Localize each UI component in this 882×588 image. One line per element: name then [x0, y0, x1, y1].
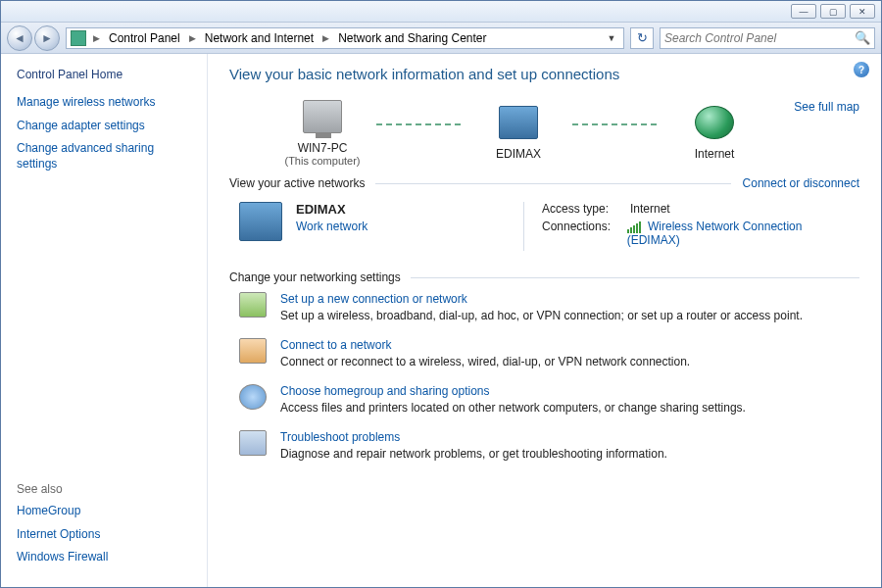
task-desc: Connect or reconnect to a wireless, wire…	[280, 355, 690, 368]
active-networks-heading: View your active networks	[229, 176, 366, 190]
location-icon	[71, 30, 86, 46]
chevron-right-icon: ▶	[186, 33, 199, 43]
connections-label: Connections:	[542, 220, 627, 247]
page-title: View your basic network information and …	[229, 66, 859, 82]
sidebar-link-advanced-sharing[interactable]: Change advanced sharing settings	[17, 141, 191, 172]
task-troubleshoot[interactable]: Troubleshoot problems Diagnose and repai…	[229, 430, 859, 461]
breadcrumb-item[interactable]: Network and Internet	[203, 31, 316, 45]
map-edge	[572, 123, 661, 125]
control-panel-home-link[interactable]: Control Panel Home	[17, 68, 191, 81]
setup-connection-icon	[239, 292, 267, 318]
task-title[interactable]: Choose homegroup and sharing options	[280, 384, 746, 398]
address-dropdown[interactable]: ▼	[604, 33, 619, 43]
search-box[interactable]: 🔍	[660, 27, 875, 49]
see-also-heading: See also	[17, 482, 191, 496]
task-desc: Diagnose and repair network problems, or…	[280, 447, 667, 461]
map-node-gateway[interactable]: EDIMAX	[465, 106, 572, 161]
seealso-homegroup[interactable]: HomeGroup	[17, 504, 191, 519]
breadcrumb-item[interactable]: Control Panel	[107, 31, 182, 45]
map-node-this-computer[interactable]: WIN7-PC (This computer)	[269, 100, 376, 167]
networking-settings-heading: Change your networking settings	[229, 270, 401, 284]
task-title[interactable]: Troubleshoot problems	[280, 430, 667, 444]
task-desc: Access files and printers located on oth…	[280, 401, 746, 415]
map-node-internet[interactable]: Internet	[661, 106, 768, 161]
signal-bars-icon	[627, 221, 641, 233]
back-button[interactable]: ◄	[7, 25, 32, 51]
map-node-label: EDIMAX	[496, 147, 541, 161]
network-name: EDIMAX	[296, 202, 368, 217]
address-bar: ◄ ► ▶ Control Panel ▶ Network and Intern…	[1, 23, 881, 54]
access-type-value: Internet	[630, 202, 670, 216]
troubleshoot-icon	[239, 430, 267, 456]
refresh-button[interactable]: ↻	[630, 27, 654, 49]
help-icon[interactable]: ?	[854, 62, 869, 77]
chevron-right-icon: ▶	[319, 33, 332, 43]
map-edge	[376, 123, 465, 125]
homegroup-icon	[239, 384, 267, 410]
titlebar: — ▢ ✕	[1, 1, 881, 23]
map-node-label: Internet	[695, 147, 735, 161]
see-full-map-link[interactable]: See full map	[794, 100, 859, 114]
chevron-right-icon: ▶	[90, 33, 103, 43]
sidebar-link-wireless[interactable]: Manage wireless networks	[17, 95, 191, 111]
forward-button[interactable]: ►	[34, 25, 60, 51]
task-setup-connection[interactable]: Set up a new connection or network Set u…	[229, 292, 859, 322]
map-node-label: WIN7-PC	[298, 141, 348, 155]
computer-icon	[303, 100, 342, 133]
content-area: ? View your basic network information an…	[207, 54, 881, 588]
minimize-button[interactable]: —	[791, 4, 816, 19]
search-icon[interactable]: 🔍	[855, 30, 870, 45]
map-node-sublabel: (This computer)	[284, 155, 360, 167]
seealso-internet-options[interactable]: Internet Options	[17, 527, 191, 543]
internet-icon	[695, 106, 734, 139]
search-input[interactable]	[664, 31, 855, 45]
network-map: See full map WIN7-PC (This computer) EDI…	[229, 96, 859, 174]
task-connect-network[interactable]: Connect to a network Connect or reconnec…	[229, 338, 859, 368]
sidebar: Control Panel Home Manage wireless netwo…	[1, 54, 207, 588]
network-type-link[interactable]: Work network	[296, 220, 368, 233]
task-title[interactable]: Connect to a network	[280, 338, 690, 352]
connection-link[interactable]: Wireless Network Connection (EDIMAX)	[627, 220, 803, 247]
breadcrumb[interactable]: ▶ Control Panel ▶ Network and Internet ▶…	[66, 27, 624, 49]
task-homegroup-sharing[interactable]: Choose homegroup and sharing options Acc…	[229, 384, 859, 415]
task-desc: Set up a wireless, broadband, dial-up, a…	[280, 309, 803, 322]
connect-network-icon	[239, 338, 267, 364]
close-button[interactable]: ✕	[850, 4, 875, 19]
network-icon	[239, 202, 282, 241]
connect-disconnect-link[interactable]: Connect or disconnect	[743, 176, 859, 190]
breadcrumb-item[interactable]: Network and Sharing Center	[336, 31, 488, 45]
gateway-icon	[499, 106, 538, 139]
sidebar-link-adapter[interactable]: Change adapter settings	[17, 119, 191, 134]
access-type-label: Access type:	[542, 202, 630, 216]
maximize-button[interactable]: ▢	[820, 4, 846, 19]
task-title[interactable]: Set up a new connection or network	[280, 292, 803, 306]
seealso-windows-firewall[interactable]: Windows Firewall	[17, 550, 191, 565]
